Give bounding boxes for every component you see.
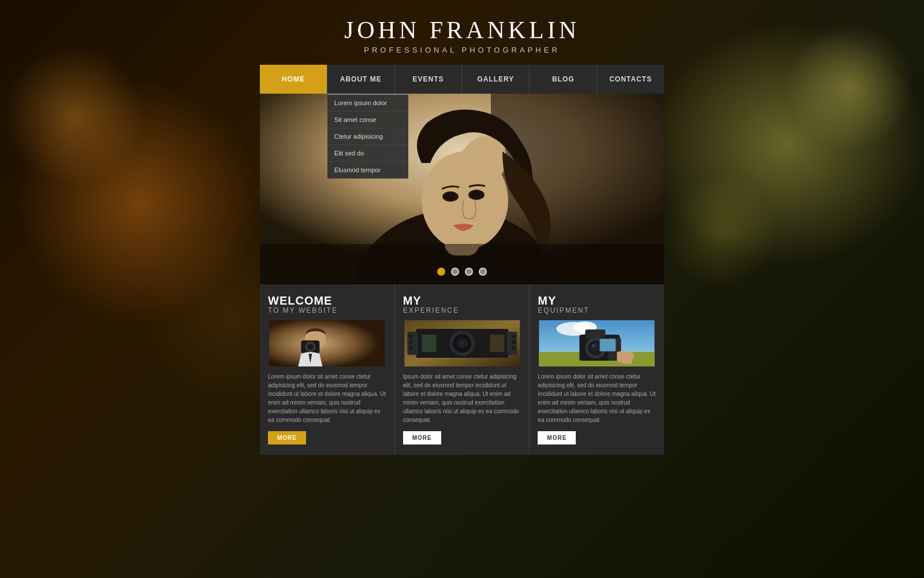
nav-item-about[interactable]: ABOUT ME Lorem ipsum dolor Sit amet cons… [327, 65, 395, 94]
svg-rect-22 [512, 335, 515, 338]
nav-bar: HOME ABOUT ME Lorem ipsum dolor Sit amet… [260, 65, 664, 94]
svg-rect-23 [512, 340, 515, 344]
slider-dot-4[interactable] [479, 268, 487, 276]
svg-rect-19 [409, 335, 412, 338]
experience-img-svg [403, 320, 521, 366]
dropdown-item-4[interactable]: Elit sed do [327, 145, 408, 162]
svg-rect-20 [409, 340, 412, 344]
hero-image [260, 94, 664, 284]
site-header: JOHN FRANKLIN PROFESSIONAL PHOTOGRAPHER [344, 0, 580, 65]
col-welcome: WELCOME TO MY WEBSITE [260, 284, 395, 455]
col-equipment-text: Lorem ipsum dolor sit amet conse ctetur … [538, 372, 656, 424]
svg-point-6 [445, 192, 456, 201]
nav-item-home[interactable]: HOME [260, 65, 327, 94]
col-equipment: MY EQUIPMENT [530, 284, 664, 455]
svg-point-28 [459, 340, 465, 346]
svg-rect-30 [490, 335, 504, 352]
bottom-grid: WELCOME TO MY WEBSITE [260, 284, 664, 455]
nav-item-contacts[interactable]: CONTACTS [597, 65, 664, 94]
svg-point-8 [471, 191, 482, 199]
col-welcome-title-main: WELCOME [268, 295, 386, 306]
equipment-img-svg [538, 320, 656, 366]
dropdown-menu: Lorem ipsum dolor Sit amet conse Ctetur … [327, 94, 408, 179]
svg-rect-21 [409, 346, 412, 350]
main-container: HOME ABOUT ME Lorem ipsum dolor Sit amet… [260, 65, 664, 455]
hero-slider [260, 94, 664, 284]
col-experience-title-sub: EXPERIENCE [403, 306, 521, 314]
col-experience-text: Ipsum dolor sit amet conse ctetur adipis… [403, 372, 521, 424]
site-title: JOHN FRANKLIN [344, 16, 580, 44]
dropdown-item-1[interactable]: Lorem ipsum dolor [327, 95, 408, 112]
col-experience-image [403, 320, 521, 366]
col-equipment-title-main: MY [538, 295, 656, 306]
col-equipment-image [538, 320, 656, 366]
svg-rect-37 [586, 329, 606, 339]
svg-rect-43 [601, 339, 616, 351]
dropdown-item-5[interactable]: Elusmod tempor [327, 162, 408, 179]
nav-item-gallery[interactable]: GALLERY [462, 65, 530, 94]
slider-dot-2[interactable] [451, 268, 459, 276]
nav-item-blog[interactable]: BLOG [530, 65, 597, 94]
dropdown-item-2[interactable]: Sit amet conse [327, 112, 408, 128]
svg-rect-10 [269, 320, 385, 366]
page-wrapper: JOHN FRANKLIN PROFESSIONAL PHOTOGRAPHER … [0, 0, 924, 578]
welcome-img-svg [268, 320, 386, 366]
col-welcome-image [268, 320, 386, 366]
hero-svg [260, 94, 664, 284]
col-experience-btn[interactable]: MORE [403, 431, 441, 444]
slider-dots [437, 268, 487, 276]
col-welcome-btn[interactable]: MORE [268, 431, 306, 444]
col-equipment-btn[interactable]: MORE [538, 431, 576, 444]
slider-dot-1[interactable] [437, 268, 445, 276]
svg-rect-29 [422, 335, 436, 352]
col-welcome-text: Lorem ipsum dolor sit amet conse ctetur … [268, 372, 386, 424]
svg-rect-9 [260, 244, 664, 284]
site-subtitle: PROFESSIONAL PHOTOGRAPHER [344, 46, 580, 54]
col-experience-title-main: MY [403, 295, 521, 306]
svg-point-41 [592, 344, 595, 347]
col-experience: MY EXPERIENCE [395, 284, 530, 455]
col-welcome-title-sub: TO MY WEBSITE [268, 306, 386, 314]
svg-point-14 [307, 344, 313, 350]
nav-item-events[interactable]: EVENTS [395, 65, 463, 94]
slider-dot-3[interactable] [465, 268, 473, 276]
col-equipment-title-sub: EQUIPMENT [538, 306, 656, 314]
svg-rect-24 [512, 346, 515, 350]
dropdown-item-3[interactable]: Ctetur adipisicing [327, 128, 408, 145]
